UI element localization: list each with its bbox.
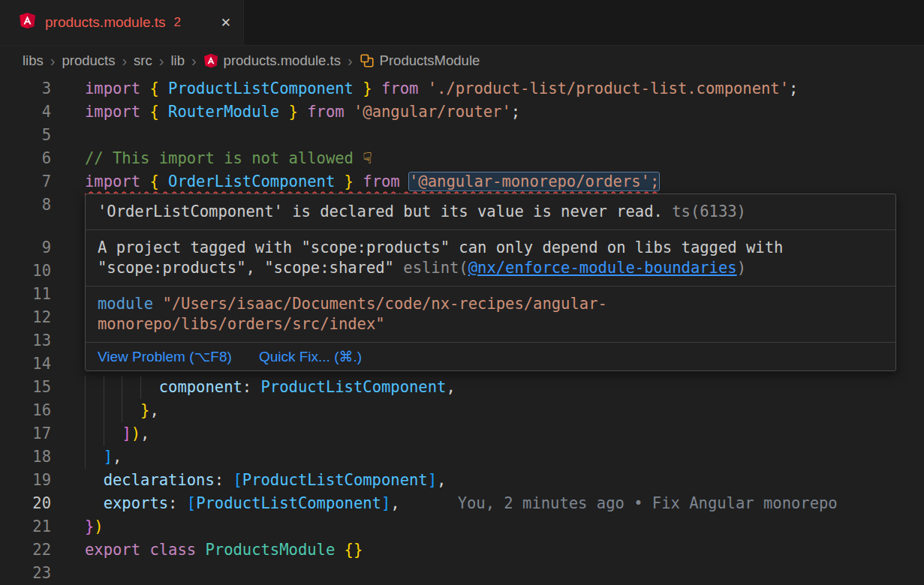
- git-blame-annotation: You, 2 minutes ago • Fix Angular monorep…: [458, 492, 838, 515]
- line-number: 3: [0, 77, 51, 100]
- indent-guide: [85, 399, 86, 422]
- breadcrumb-item-src[interactable]: src: [134, 52, 152, 69]
- code-line-4[interactable]: 4import { RouterModule } from '@angular/…: [0, 100, 924, 124]
- hover-status-bar: View Problem (⌥F8) Quick Fix... (⌘.): [86, 343, 895, 370]
- line-number: 13: [0, 329, 51, 352]
- code-line-23[interactable]: 23: [0, 562, 924, 585]
- tab-close-icon[interactable]: ✕: [221, 15, 231, 31]
- line-number: 8: [0, 194, 51, 217]
- code-text: component: ProductListComponent,: [85, 376, 456, 399]
- breadcrumb-label: libs: [23, 52, 44, 69]
- angular-file-icon: [19, 12, 36, 33]
- code-text: import { RouterModule } from '@angular/r…: [85, 100, 520, 124]
- ts-diagnostic-message: 'OrderListComponent' is declared but its…: [98, 202, 663, 220]
- line-number: 7: [0, 170, 51, 194]
- line-number: 11: [0, 283, 51, 306]
- breadcrumb-label: ProductsModule: [380, 52, 480, 69]
- code-line-21[interactable]: 21}): [0, 515, 924, 538]
- indent-guide: [85, 376, 86, 399]
- code-line-22[interactable]: 22export class ProductsModule {}: [0, 538, 924, 562]
- module-keyword: module: [98, 295, 153, 313]
- breadcrumb-item-productsmodule[interactable]: ProductsModule: [360, 52, 480, 69]
- breadcrumb-separator-icon: ›: [122, 53, 127, 68]
- code-text: declarations: [ProductListComponent],: [85, 469, 446, 492]
- code-text: ],: [85, 446, 122, 469]
- code-line-20[interactable]: 20 exports: [ProductListComponent],You, …: [0, 492, 924, 515]
- line-number: 22: [0, 538, 51, 562]
- indent-guide: [104, 376, 104, 399]
- line-number: 19: [0, 469, 51, 492]
- line-number: 10: [0, 260, 51, 283]
- code-text: import { ProductListComponent } from './…: [85, 77, 798, 100]
- code-line-16[interactable]: 16 },: [0, 399, 924, 422]
- line-number: 6: [0, 147, 51, 170]
- symbol-class-icon: [360, 53, 375, 68]
- code-text: exports: [ProductListComponent],: [85, 492, 400, 515]
- breadcrumb: libs›products›src›lib›products.module.ts…: [0, 46, 924, 76]
- breadcrumb-label: products.module.ts: [224, 52, 341, 69]
- breadcrumb-separator-icon: ›: [159, 53, 164, 68]
- code-text: }): [85, 515, 104, 538]
- line-number: 5: [0, 124, 51, 147]
- code-line-17[interactable]: 17 ]),: [0, 422, 924, 446]
- hover-module-info: module "/Users/isaac/Documents/code/nx-r…: [86, 286, 895, 343]
- code-line-5[interactable]: 5: [0, 124, 924, 147]
- code-line-15[interactable]: 15 component: ProductListComponent,: [0, 376, 924, 399]
- code-line-6[interactable]: 6// This import is not allowed ☟: [0, 147, 924, 170]
- breadcrumb-item-lib[interactable]: lib: [170, 52, 185, 69]
- breadcrumb-label: lib: [170, 52, 185, 69]
- hover-popup: 'OrderListComponent' is declared but its…: [85, 194, 896, 371]
- breadcrumb-item-products-module-ts[interactable]: products.module.ts: [203, 52, 341, 69]
- indent-guide: [140, 376, 141, 399]
- hover-diagnostic-eslint: A project tagged with "scope:products" c…: [86, 230, 895, 286]
- line-number: 15: [0, 376, 51, 399]
- code-text: export class ProductsModule {}: [85, 538, 363, 562]
- code-line-19[interactable]: 19 declarations: [ProductListComponent],: [0, 469, 924, 492]
- breadcrumb-item-libs[interactable]: libs: [23, 52, 44, 69]
- indent-guide: [122, 376, 122, 399]
- breadcrumb-separator-icon: ›: [191, 53, 197, 68]
- code-line-3[interactable]: 3import { ProductListComponent } from '.…: [0, 77, 924, 100]
- code-text: ]),: [85, 422, 149, 446]
- line-number: 20: [0, 492, 51, 515]
- code-text: import { OrderListComponent } from '@ang…: [85, 170, 659, 194]
- line-number: 17: [0, 422, 51, 446]
- error-squiggle-range: import { OrderListComponent } from '@ang…: [85, 172, 659, 190]
- breadcrumb-separator-icon: ›: [50, 53, 56, 68]
- line-number: 16: [0, 399, 51, 422]
- indent-guide: [85, 422, 86, 446]
- module-path: "/Users/isaac/Documents/code/nx-recipes/…: [98, 295, 607, 333]
- tab-problem-count-badge: 2: [174, 15, 181, 30]
- eslint-source-prefix: eslint(: [403, 259, 468, 277]
- line-number: 4: [0, 100, 51, 124]
- indent-guide: [85, 446, 86, 469]
- ts-diagnostic-source: ts(6133): [672, 202, 746, 220]
- code-line-18[interactable]: 18 ],: [0, 446, 924, 469]
- tab-label: products.module.ts: [45, 14, 166, 31]
- eslint-rule-link[interactable]: @nx/enforce-module-boundaries: [468, 259, 737, 277]
- indent-guide: [104, 422, 104, 446]
- code-line-7[interactable]: 7import { OrderListComponent } from '@an…: [0, 170, 924, 194]
- indent-guide: [104, 399, 104, 422]
- hover-diagnostic-ts: 'OrderListComponent' is declared but its…: [86, 194, 895, 230]
- breadcrumb-label: src: [134, 52, 152, 69]
- angular-file-icon: [203, 53, 218, 68]
- eslint-source-suffix: ): [737, 259, 746, 277]
- line-number: 14: [0, 352, 51, 376]
- line-number: 12: [0, 306, 51, 329]
- line-number: 18: [0, 446, 51, 469]
- line-number: 9: [0, 236, 51, 260]
- line-number: 23: [0, 562, 51, 585]
- code-text: },: [85, 399, 159, 422]
- breadcrumb-item-products[interactable]: products: [62, 52, 115, 69]
- line-number: 21: [0, 515, 51, 538]
- view-problem-link[interactable]: View Problem (⌥F8): [98, 346, 232, 367]
- breadcrumb-separator-icon: ›: [348, 53, 353, 68]
- indent-guide: [122, 399, 122, 422]
- code-text: // This import is not allowed ☟: [85, 147, 372, 170]
- breadcrumb-label: products: [62, 52, 115, 69]
- tab-bar: products.module.ts 2 ✕: [0, 0, 924, 46]
- tab-products-module[interactable]: products.module.ts 2 ✕: [0, 0, 244, 45]
- quick-fix-link[interactable]: Quick Fix... (⌘.): [259, 346, 362, 367]
